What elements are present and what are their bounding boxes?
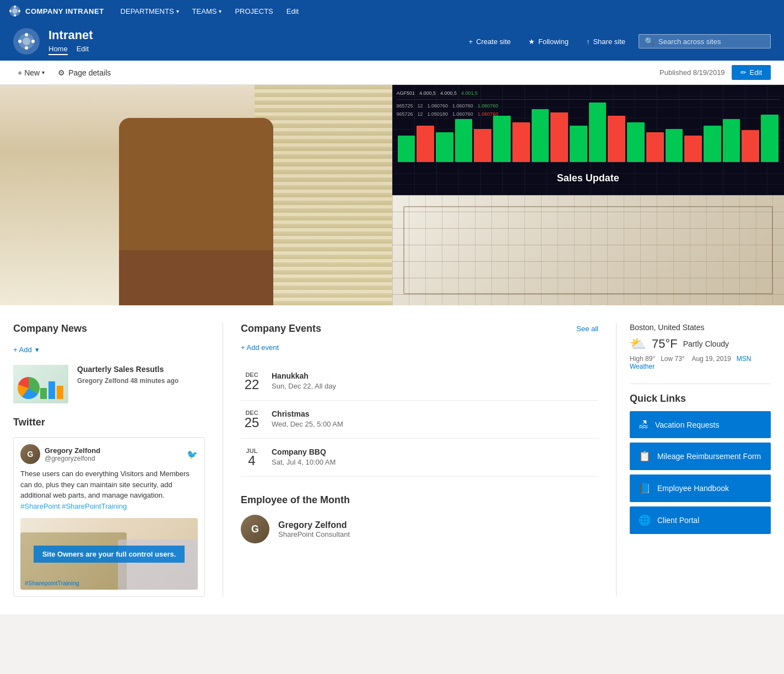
company-name: COMPANY INTRANET [25, 7, 104, 15]
svg-point-10 [18, 40, 21, 43]
nav-edit[interactable]: Edit [281, 5, 304, 18]
nav-departments[interactable]: DEPARTMENTS ▾ [115, 5, 185, 18]
new-button[interactable]: + New ▾ [13, 66, 49, 79]
handbook-icon: 📘 [639, 482, 651, 494]
eom-job-title: SharePoint Consultant [278, 530, 350, 538]
news-meta: Gregory Zelfond 48 minutes ago [77, 377, 179, 385]
hero-main-image [0, 85, 392, 305]
page-details-button[interactable]: ⚙ Page details [58, 68, 111, 77]
client-portal-button[interactable]: 🌐 Client Portal [630, 506, 771, 534]
event-date: DEC 22 [241, 371, 263, 391]
svg-point-9 [31, 40, 35, 43]
event-time: Wed, Dec 25, 5:00 AM [272, 420, 343, 428]
chevron-down-icon: ▾ [176, 8, 179, 14]
mileage-icon: 📋 [639, 450, 651, 462]
site-title-area: Intranet Home Edit [48, 28, 93, 55]
tweet-text: These users can do everything Visitors a… [20, 468, 198, 511]
weather-divider [630, 384, 771, 384]
events-header: Company Events See all [241, 323, 598, 335]
quick-links-section: Quick Links 🏖 Vacation Requests 📋 Mileag… [630, 393, 771, 534]
create-site-button[interactable]: + Create site [464, 35, 515, 48]
edit-button[interactable]: ✏ Edit [732, 65, 771, 80]
event-time: Sat, Jul 4, 10:00 AM [272, 458, 336, 466]
news-title[interactable]: Quarterly Sales Resutls [77, 365, 179, 374]
eom-avatar: G [241, 515, 269, 543]
company-logo[interactable]: COMPANY INTRANET [9, 5, 104, 17]
search-box[interactable]: 🔍 [639, 34, 771, 48]
site-header-right: + Create site ★ Following ↑ Share site 🔍 [464, 34, 771, 48]
hero-blueprint-image [392, 195, 785, 305]
vacation-requests-button[interactable]: 🏖 Vacation Requests [630, 411, 771, 438]
news-item: Quarterly Sales Resutls Gregory Zelfond … [13, 365, 205, 403]
events-title: Company Events [241, 323, 321, 335]
event-item-christmas: DEC 25 Christmas Wed, Dec 25, 5:00 AM [241, 401, 598, 439]
following-button[interactable]: ★ Following [524, 35, 573, 48]
tweet-user-info: Gregory Zelfond @gregoryzelfond [45, 446, 100, 462]
site-nav: Home Edit [48, 45, 93, 55]
share-site-button[interactable]: ↑ Share site [582, 35, 630, 48]
eom-info: Gregory Zelfond SharePoint Consultant [278, 520, 350, 538]
tweet-card: G Gregory Zelfond @gregoryzelfond 🐦 Thes… [13, 437, 205, 597]
pie-chart-icon [18, 377, 40, 399]
hero-section: AGF5014.000,54.000,54.001,5 965725121.06… [0, 85, 784, 305]
employee-handbook-button[interactable]: 📘 Employee Handbook [630, 475, 771, 502]
svg-point-2 [14, 6, 16, 8]
left-column: Company News + Add ▾ Quarterly Sales Res… [13, 323, 223, 597]
see-all-link[interactable]: See all [576, 325, 598, 333]
toolbar: + New ▾ ⚙ Page details Published 8/19/20… [0, 61, 784, 85]
event-time: Sun, Dec 22, All day [272, 382, 336, 390]
eom-title: Employee of the Month [241, 494, 598, 506]
nav-projects[interactable]: PROJECTS [229, 5, 278, 18]
vacation-icon: 🏖 [639, 419, 648, 430]
middle-column: Company Events See all + Add event DEC 2… [223, 323, 617, 597]
event-info: Hanukkah Sun, Dec 22, All day [272, 371, 336, 390]
twitter-section: Twitter G Gregory Zelfond @gregoryzelfon… [13, 417, 205, 597]
main-content: Company News + Add ▾ Quarterly Sales Res… [0, 305, 784, 614]
svg-point-3 [18, 10, 20, 12]
top-nav: COMPANY INTRANET DEPARTMENTS ▾ TEAMS ▾ P… [0, 0, 784, 22]
add-event-button[interactable]: + Add event [241, 341, 279, 354]
weather-location: Boston, United States [630, 323, 771, 332]
portal-icon: 🌐 [639, 514, 651, 526]
edit-icon: ✏ [740, 68, 747, 77]
event-day: 22 [241, 378, 263, 391]
published-status: Published 8/19/2019 [659, 68, 725, 77]
event-title[interactable]: Hanukkah [272, 371, 336, 380]
weather-high: High 89° [630, 355, 655, 363]
tweet-avatar: G [20, 444, 40, 464]
weather-description: Partly Cloudy [683, 339, 729, 348]
chevron-down-icon: ▾ [219, 8, 221, 14]
add-news-button[interactable]: + Add ▾ [13, 343, 39, 356]
tweet-header: G Gregory Zelfond @gregoryzelfond 🐦 [20, 444, 198, 464]
sales-update-label: Sales Update [557, 172, 619, 184]
nav-edit[interactable]: Edit [77, 45, 89, 55]
search-icon: 🔍 [645, 37, 654, 46]
candlestick-chart [398, 96, 779, 162]
chevron-down-icon: ▾ [35, 346, 39, 354]
plus-icon: + [18, 68, 22, 77]
nav-teams[interactable]: TEAMS ▾ [187, 5, 228, 18]
toolbar-left: + New ▾ ⚙ Page details [13, 66, 659, 79]
twitter-icon: 🐦 [187, 449, 198, 460]
event-title[interactable]: Company BBQ [272, 447, 336, 456]
tweet-image: Site Owners are your full control users.… [20, 518, 198, 590]
company-news-title: Company News [13, 323, 205, 335]
eom-person: G Gregory Zelfond SharePoint Consultant [241, 515, 598, 543]
eom-name: Gregory Zelfond [278, 520, 350, 530]
tweet-image-subtext: #SharepointTraining [25, 580, 79, 586]
weather-details: High 89° Low 73° Aug 19, 2019 MSN Weathe… [630, 355, 771, 370]
site-logo [13, 28, 40, 55]
search-input[interactable] [658, 37, 765, 46]
weather-icon: ⛅ [630, 336, 646, 352]
nav-home[interactable]: Home [48, 45, 68, 55]
site-title: Intranet [48, 28, 93, 42]
weather-date: Aug 19, 2019 [691, 355, 731, 363]
weather-main: ⛅ 75°F Partly Cloudy [630, 336, 771, 352]
event-item-bbq: JUL 4 Company BBQ Sat, Jul 4, 10:00 AM [241, 439, 598, 477]
tweet-hashtags[interactable]: #SharePoint #SharePointTraining [20, 502, 127, 510]
star-icon: ★ [528, 37, 535, 46]
mileage-reimbursement-button[interactable]: 📋 Mileage Reimbursement Form [630, 443, 771, 470]
event-title[interactable]: Christmas [272, 409, 343, 418]
event-info: Christmas Wed, Dec 25, 5:00 AM [272, 409, 343, 428]
hero-stock-chart: AGF5014.000,54.000,54.001,5 965725121.06… [392, 85, 785, 195]
